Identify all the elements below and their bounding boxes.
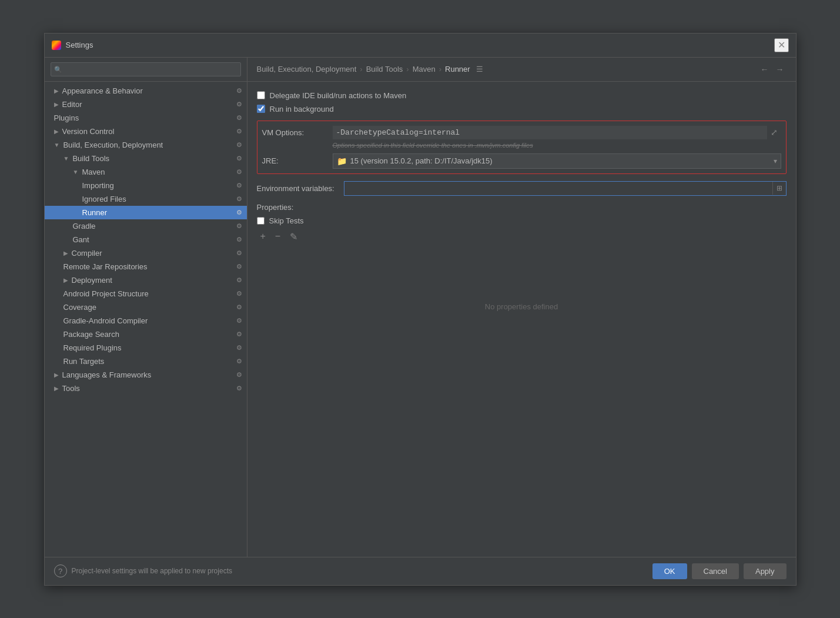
jre-value: 15 (version 15.0.2, path: D:/IT/Java/jdk…	[350, 156, 493, 165]
sidebar-item-languages-frameworks[interactable]: ▶ Languages & Frameworks ⚙	[45, 368, 247, 382]
delegate-checkbox-row: Delegate IDE build/run actions to Maven	[257, 91, 787, 100]
skip-tests-row: Skip Tests	[257, 216, 787, 225]
jre-select[interactable]: 📁 15 (version 15.0.2, path: D:/IT/Java/j…	[333, 153, 781, 169]
sidebar-item-remote-jar[interactable]: Remote Jar Repositories ⚙	[45, 260, 247, 273]
add-property-button[interactable]: +	[257, 230, 269, 243]
chevron-icon: ▼	[54, 142, 60, 148]
sidebar-item-label: Build, Execution, Deployment	[63, 141, 163, 149]
sidebar-item-editor[interactable]: ▶ Editor ⚙	[45, 98, 247, 111]
sidebar-item-label: Gradle	[73, 222, 96, 231]
sidebar-item-run-targets[interactable]: Run Targets ⚙	[45, 355, 247, 368]
chevron-icon: ▶	[54, 385, 59, 392]
sidebar-item-label: Build Tools	[72, 154, 109, 163]
sidebar-item-version-control[interactable]: ▶ Version Control ⚙	[45, 125, 247, 138]
gear-icon: ⚙	[232, 344, 242, 352]
sidebar-item-label: Runner	[82, 208, 108, 217]
sidebar-item-required-plugins[interactable]: Required Plugins ⚙	[45, 341, 247, 355]
main-content: ▶ Appearance & Behavior ⚙ ▶ Editor ⚙	[45, 58, 796, 557]
delegate-label[interactable]: Delegate IDE build/run actions to Maven	[270, 91, 407, 100]
sidebar-item-package-search[interactable]: Package Search ⚙	[45, 328, 247, 341]
properties-header: Properties:	[257, 203, 787, 212]
gear-icon: ⚙	[232, 358, 242, 365]
remove-property-button[interactable]: −	[272, 230, 284, 243]
sidebar-item-android-project[interactable]: Android Project Structure ⚙	[45, 287, 247, 300]
properties-toolbar: + − ✎	[257, 230, 787, 243]
breadcrumb-sep-2: ›	[406, 65, 409, 74]
skip-tests-checkbox[interactable]	[257, 217, 265, 225]
gear-icon: ⚙	[232, 155, 242, 162]
run-bg-label[interactable]: Run in background	[270, 105, 334, 113]
env-vars-input[interactable]	[344, 182, 772, 195]
sidebar-item-tools[interactable]: ▶ Tools ⚙	[45, 382, 247, 395]
app-icon	[52, 41, 61, 50]
chevron-icon: ▶	[63, 250, 68, 256]
sidebar-item-label: Required Plugins	[63, 343, 122, 352]
sidebar-item-gant[interactable]: Gant ⚙	[45, 233, 247, 246]
no-properties-text: No properties defined	[485, 302, 558, 311]
delegate-checkbox[interactable]	[257, 91, 265, 99]
apply-button[interactable]: Apply	[744, 563, 787, 579]
gear-icon: ⚙	[232, 303, 242, 311]
sidebar-item-build-exec-deploy[interactable]: ▼ Build, Execution, Deployment ⚙	[45, 138, 247, 152]
ok-button[interactable]: OK	[652, 563, 687, 579]
breadcrumb-nav: ← →	[758, 64, 787, 75]
sidebar-item-build-tools[interactable]: ▼ Build Tools ⚙	[45, 152, 247, 165]
dropdown-arrow-icon: ▾	[774, 157, 777, 165]
vm-expand-button[interactable]: ⤢	[767, 126, 781, 138]
gear-icon: ⚙	[232, 141, 242, 149]
sidebar-item-label: Deployment	[72, 276, 112, 285]
search-wrapper	[51, 62, 241, 76]
bottom-right: OK Cancel Apply	[652, 563, 787, 579]
breadcrumb-back-button[interactable]: ←	[758, 64, 771, 75]
skip-tests-label[interactable]: Skip Tests	[269, 216, 304, 225]
sidebar-item-runner[interactable]: Runner ⚙	[45, 206, 247, 219]
properties-section: Properties: Skip Tests + − ✎ No properti…	[257, 203, 787, 366]
gear-icon: ⚙	[232, 209, 242, 216]
cancel-button[interactable]: Cancel	[692, 563, 739, 579]
gear-icon: ⚙	[232, 263, 242, 270]
gear-icon: ⚙	[232, 385, 242, 392]
sidebar-item-label: Run Targets	[63, 357, 105, 366]
sidebar-item-label: Importing	[82, 181, 114, 190]
sidebar-item-appearance[interactable]: ▶ Appearance & Behavior ⚙	[45, 84, 247, 98]
gear-icon: ⚙	[232, 317, 242, 325]
sidebar-item-plugins[interactable]: Plugins ⚙	[45, 111, 247, 125]
sidebar-item-ignored-files[interactable]: Ignored Files ⚙	[45, 192, 247, 206]
sidebar-item-deployment[interactable]: ▶ Deployment ⚙	[45, 273, 247, 287]
panel-content: Delegate IDE build/run actions to Maven …	[247, 82, 796, 557]
sidebar-item-coverage[interactable]: Coverage ⚙	[45, 300, 247, 314]
vm-options-row: VM Options: ⤢	[262, 126, 781, 139]
breadcrumb-part-3: Maven	[413, 65, 436, 74]
jre-row: JRE: 📁 15 (version 15.0.2, path: D:/IT/J…	[262, 153, 781, 169]
vm-options-input[interactable]	[333, 126, 767, 139]
help-button[interactable]: ?	[54, 564, 67, 577]
sidebar-item-compiler[interactable]: ▶ Compiler ⚙	[45, 246, 247, 260]
sidebar-item-label: Android Project Structure	[63, 289, 149, 298]
env-vars-row: Environment variables: ⊞	[257, 181, 787, 196]
search-input[interactable]	[51, 62, 241, 76]
sidebar-item-maven[interactable]: ▼ Maven ⚙	[45, 165, 247, 179]
breadcrumb-menu-icon[interactable]: ☰	[476, 65, 483, 74]
sidebar-item-label: Languages & Frameworks	[62, 370, 152, 379]
sidebar-item-label: Version Control	[62, 127, 115, 136]
breadcrumb-current: Runner	[445, 65, 470, 74]
chevron-icon: ▼	[73, 169, 79, 175]
close-button[interactable]: ✕	[774, 38, 789, 52]
sidebar-item-gradle[interactable]: Gradle ⚙	[45, 219, 247, 233]
env-vars-input-wrapper: ⊞	[344, 181, 787, 196]
sidebar-item-label: Plugins	[54, 113, 79, 122]
run-bg-checkbox[interactable]	[257, 105, 265, 113]
sidebar-item-label: Tools	[62, 384, 80, 393]
sidebar-item-label: Compiler	[72, 249, 102, 258]
sidebar-item-gradle-android[interactable]: Gradle-Android Compiler ⚙	[45, 314, 247, 328]
edit-property-button[interactable]: ✎	[286, 230, 301, 243]
gear-icon: ⚙	[232, 87, 242, 95]
env-vars-browse-button[interactable]: ⊞	[772, 182, 786, 195]
breadcrumb-forward-button[interactable]: →	[774, 64, 787, 75]
gear-icon: ⚙	[232, 236, 242, 243]
sidebar-item-label: Ignored Files	[82, 195, 126, 203]
sidebar-item-importing[interactable]: Importing ⚙	[45, 179, 247, 192]
breadcrumb-part-1: Build, Execution, Deployment	[257, 65, 357, 74]
vm-options-hint: Options specified in this field override…	[333, 142, 781, 149]
right-panel: Build, Execution, Deployment › Build Too…	[247, 58, 796, 557]
